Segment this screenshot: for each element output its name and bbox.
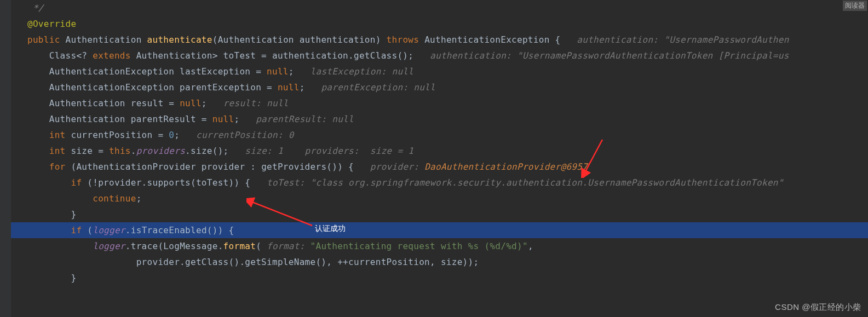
number: 0 [169, 130, 174, 140]
keyword: null [212, 114, 234, 124]
code-line[interactable]: public Authentication authenticate(Authe… [11, 32, 868, 48]
keyword: if [71, 177, 82, 188]
inline-hint: parentException: null [305, 82, 435, 93]
code-text: AuthenticationException parentException … [49, 82, 278, 93]
inline-hint: parentResult: null [239, 114, 354, 124]
keyword: null [278, 82, 300, 93]
code-text: AuthenticationException { [419, 34, 560, 45]
comment: */ [27, 3, 44, 13]
field: logger [93, 225, 125, 235]
string: "Authenticating request with %s (%d/%d)" [311, 241, 528, 251]
watermark: CSDN @假正经的小柴 [775, 302, 861, 313]
code-line[interactable]: Authentication result = null; result: nu… [11, 95, 868, 111]
code-editor[interactable]: */ @Override public Authentication authe… [0, 0, 868, 286]
code-line[interactable]: Class<? extends Authentication> toTest =… [11, 48, 868, 64]
code-line[interactable]: AuthenticationException lastException = … [11, 64, 868, 79]
code-text: Authentication result = [49, 98, 180, 108]
method-name: authenticate [147, 34, 212, 45]
inline-hint: provider: [354, 162, 424, 172]
code-line-current[interactable]: if (logger.isTraceEnabled()) { [11, 222, 868, 238]
code-line[interactable]: */ [11, 0, 868, 16]
keyword: for [49, 162, 66, 172]
keyword: int [49, 146, 66, 156]
code-text: , [528, 241, 533, 251]
code-text: ( [256, 241, 261, 251]
code-text: ; [234, 114, 239, 124]
code-text: ; [174, 130, 180, 140]
inline-hint: format: [261, 241, 310, 251]
method-name: format [223, 241, 256, 251]
keyword: null [180, 98, 202, 108]
inline-hint: size: 1 providers: size = 1 [229, 146, 414, 156]
keyword: this [109, 146, 131, 156]
code-text: ; [136, 193, 142, 204]
code-text: size = [66, 146, 109, 156]
code-line[interactable]: if (!provider.supports(toTest)) { toTest… [11, 175, 868, 191]
code-text: ; [300, 82, 305, 93]
code-text: Authentication parentResult = [49, 114, 212, 124]
code-line[interactable]: Authentication parentResult = null; pare… [11, 111, 868, 127]
code-text: } [71, 273, 76, 283]
code-line[interactable]: int size = this.providers.size(); size: … [11, 143, 868, 159]
code-text: .trace(LogMessage. [125, 241, 223, 251]
code-text: provider.getClass().getSimpleName(), ++c… [136, 257, 479, 267]
inline-hint-value: DaoAuthenticationProvider@6957 [424, 162, 588, 172]
inline-hint: authentication: "UsernamePasswordAuthen [560, 34, 789, 45]
code-text: ; [202, 98, 207, 108]
code-line[interactable]: @Override [11, 16, 868, 32]
keyword: throws [387, 34, 419, 45]
code-line[interactable]: provider.getClass().getSimpleName(), ++c… [11, 254, 868, 270]
code-text: Class<? [49, 50, 93, 61]
code-line[interactable]: } [11, 270, 868, 286]
keyword: continue [93, 193, 136, 204]
code-text: Authentication> toTest = authentication.… [131, 50, 414, 61]
keyword: public [27, 34, 60, 45]
keyword: int [49, 130, 66, 140]
inline-hint: authentication: "UsernamePasswordAuthent… [413, 50, 789, 61]
code-text: ; [289, 66, 294, 77]
code-line[interactable]: AuthenticationException parentException … [11, 79, 868, 95]
inline-hint: toTest: "class org.springframework.secur… [250, 177, 783, 188]
code-line[interactable]: continue; [11, 191, 868, 206]
code-line[interactable]: } [11, 206, 868, 222]
field: providers [136, 146, 185, 156]
code-text: (Authentication authentication) [212, 34, 387, 45]
code-text: Authentication [60, 34, 147, 45]
code-text: .isTraceEnabled()) { [125, 225, 234, 235]
code-text: } [71, 209, 76, 220]
code-text: ( [82, 225, 93, 235]
code-text: AuthenticationException lastException = [49, 66, 267, 77]
code-line[interactable]: logger.trace(LogMessage.format( format: … [11, 238, 868, 254]
code-text: currentPosition = [66, 130, 169, 140]
annotation: @Override [27, 19, 76, 29]
code-line[interactable]: for (AuthenticationProvider provider : g… [11, 159, 868, 175]
keyword: if [71, 225, 82, 235]
keyword: extends [93, 50, 131, 61]
inline-hint: currentPosition: 0 [180, 130, 294, 140]
code-line[interactable]: int currentPosition = 0; currentPosition… [11, 127, 868, 143]
code-text: . [131, 146, 136, 156]
code-text: (!provider.supports(toTest)) { [82, 177, 250, 188]
reader-badge: 阅读器 [843, 1, 867, 11]
keyword: null [267, 66, 289, 77]
field: logger [93, 241, 125, 251]
code-text: (AuthenticationProvider provider : getPr… [66, 162, 354, 172]
code-text: .size(); [185, 146, 228, 156]
inline-hint: lastException: null [294, 66, 414, 77]
inline-hint: result: null [207, 98, 289, 108]
